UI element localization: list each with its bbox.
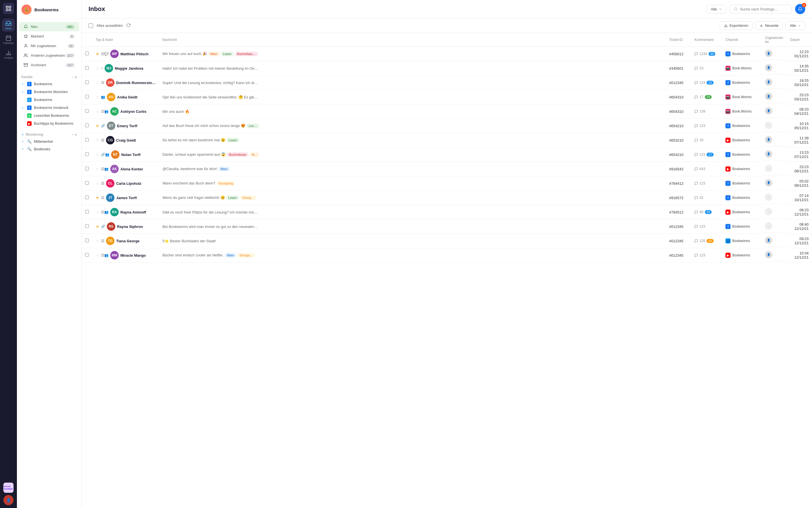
nav-anderen-label: Anderen zugewiesen — [31, 53, 65, 57]
type-icons: 🖼👥 — [101, 110, 108, 113]
channel-bookworms-muenchen[interactable]: ✓ f Bookworms München — [17, 88, 82, 96]
row-checkbox[interactable] — [85, 95, 89, 98]
row-checkbox[interactable] — [85, 167, 89, 170]
channel-bookworms-fb[interactable]: ✓ f Bookworms — [17, 80, 82, 88]
star-icon[interactable]: ☆ — [96, 181, 99, 186]
star-icon[interactable]: ☆ — [96, 152, 99, 157]
row-checkbox[interactable] — [85, 80, 89, 84]
date-cell: 19:25 03/12/21 — [786, 76, 812, 90]
type-icons: 🖼💬 — [101, 52, 108, 56]
date-time: 19:25 — [790, 78, 809, 83]
assignee-avatar-empty: - — [765, 194, 772, 201]
rail-item-inbox[interactable]: Inbox — [2, 18, 15, 32]
nav-item-neu[interactable]: Neu 401 — [19, 22, 79, 31]
monitoring-collapse-icon[interactable]: − ∧ — [72, 133, 77, 136]
date-cell: 23:23 08/12/21 — [786, 162, 812, 176]
select-all-checkbox[interactable] — [89, 24, 93, 28]
monitoring-mitbewerber[interactable]: ✓ 🔍 Mitbewerber — [17, 138, 82, 145]
svg-rect-4 — [6, 36, 11, 41]
star-icon[interactable]: ☆ — [96, 138, 99, 143]
table-row[interactable]: ☆ 🖼👥 AC Ashlynn Curtis Wir uns auch 🔥 #6… — [82, 104, 812, 119]
table-row[interactable]: ☆ 🖼👥 RA Rayna Aminoff Gibt es noch freie… — [82, 205, 812, 219]
row-checkbox[interactable] — [85, 138, 89, 141]
row-checkbox[interactable] — [85, 239, 89, 242]
table-row[interactable]: ★ 🖼 JT James Torff Wenn du ganz nett fra… — [82, 191, 812, 205]
message-preview: Hallo! Ich habe ein Problem mit meiner B… — [163, 66, 258, 71]
star-icon[interactable]: ★ — [96, 123, 99, 128]
star-icon[interactable]: ☆ — [96, 210, 99, 215]
star-icon[interactable]: ☆ — [96, 166, 99, 171]
user-avatar[interactable]: 👤 — [3, 495, 13, 505]
table-row[interactable]: ☆ 👥 AG Anika Geidt Oje! Bei uns funktion… — [82, 90, 812, 104]
message-cell: Oje! Bei uns funktioniert die Seite einw… — [159, 90, 666, 104]
table-row[interactable]: ☆ 🖼👥 AK Alena Kenter @Claudia, bestimmt … — [82, 162, 812, 176]
star-icon[interactable]: ★ — [96, 195, 99, 200]
channel-bookworms-tw[interactable]: ✓ t Bookworms — [17, 96, 82, 104]
table-row[interactable]: ☆ 🖼 CG Craig Geidt Du leihst es mir dann… — [82, 133, 812, 147]
monitoring-check-mitbewerber: ✓ — [21, 140, 25, 143]
comment-count: 123 — [700, 253, 705, 257]
all-filter-dropdown[interactable]: Alle — [785, 21, 805, 30]
search-box[interactable] — [730, 5, 792, 13]
rail-item-publisher[interactable]: Publisher — [2, 33, 15, 46]
row-checkbox[interactable] — [85, 253, 89, 257]
comment-icon — [694, 153, 698, 157]
star-icon[interactable]: ☆ — [96, 238, 99, 244]
star-icon[interactable]: ★ — [96, 51, 99, 56]
author-avatar: TG — [106, 237, 115, 245]
message-preview: Wir freuen uns auf euch 🎉 — [163, 52, 207, 56]
newest-button[interactable]: Neueste — [755, 21, 783, 30]
nav-item-mir-zugewiesen[interactable]: Mir zugewiesen 32 — [19, 41, 79, 50]
table-row[interactable]: ☆ 🔗👥 NT Nolan Torff Danke, schaut super … — [82, 147, 812, 162]
table-row[interactable]: ★ 🔗 RS Rayna Siphron Bei Bookworms wird … — [82, 219, 812, 234]
type-icons: 🔗 — [101, 124, 105, 128]
chevron-down-icon — [798, 24, 801, 27]
table-row[interactable]: ☆ 🖼👥 MM Miracle Mango Bücher sind einfac… — [82, 248, 812, 263]
monitoring-bestbooks[interactable]: ✓ 🔍 Bestbooks — [17, 145, 82, 153]
export-button[interactable]: Exportieren — [720, 21, 752, 30]
row-checkbox[interactable] — [85, 210, 89, 214]
star-icon[interactable]: ☆ — [96, 253, 99, 258]
channel-name: Bookworms — [732, 196, 750, 200]
table-row[interactable]: ☆ 🖼 CL Carla Lipshutz Wann erscheint das… — [82, 176, 812, 191]
table-row[interactable]: ★ 🔗 ET Emery Torff Auf das Buch freue ic… — [82, 119, 812, 133]
star-icon[interactable]: ☆ — [96, 109, 99, 114]
table-row[interactable]: ☆ 🖼 DR Dominik Rummersto… Super! Und die… — [82, 76, 812, 90]
notification-button[interactable]: 3 — [795, 4, 805, 14]
table-row[interactable]: ★ 🖼💬 MP Matthias Pötsch Wir freuen uns a… — [82, 47, 812, 61]
date-day: 03/12/21 — [790, 83, 809, 87]
star-icon[interactable]: ★ — [96, 224, 99, 229]
row-checkbox[interactable] — [85, 181, 89, 185]
row-checkbox[interactable] — [85, 66, 89, 70]
rail-item-analyse[interactable]: Analyse — [2, 48, 15, 61]
row-checkbox[interactable] — [85, 124, 89, 127]
author-name: Tiana George — [116, 239, 140, 243]
assignee-cell: 👤 — [762, 176, 786, 189]
star-icon[interactable]: ☆ — [96, 66, 99, 71]
channel-buchtipps[interactable]: ✓ ▶ Buchtipps by Bookworms — [17, 120, 82, 127]
nav-item-markiert[interactable]: Markiert 6 — [19, 32, 79, 41]
date-day: 04/12/21 — [790, 112, 809, 116]
channel-lesezirkel[interactable]: ✓ w Lesezirkel Bookworms — [17, 112, 82, 120]
nav-item-archiviert[interactable]: Archiviert 217 — [19, 60, 79, 70]
search-input[interactable] — [740, 7, 787, 11]
row-checkbox[interactable] — [85, 224, 89, 228]
filter-dropdown[interactable]: Alle — [707, 5, 726, 13]
assignee-avatar-empty: - — [765, 165, 772, 172]
channels-collapse-icon[interactable]: − ∧ — [72, 75, 77, 79]
col-datum: Datum — [786, 33, 812, 47]
table-row[interactable]: ☆ ≡ MJ Maggie Jandova Hallo! Ich habe ei… — [82, 61, 812, 76]
nav-item-anderen-zugewiesen[interactable]: Anderen zugewiesen 217 — [19, 51, 79, 60]
table-row[interactable]: ☆ 🖼 TG Tiana George 5⭐ Bester Buchladen … — [82, 234, 812, 248]
refresh-button[interactable] — [126, 23, 131, 28]
star-icon[interactable]: ☆ — [96, 80, 99, 85]
row-checkbox[interactable] — [85, 109, 89, 113]
star-icon[interactable]: ☆ — [96, 94, 99, 99]
row-checkbox[interactable] — [85, 52, 89, 55]
channel-bookworms-innsbruck[interactable]: ✓ f Bookworms Innsbruck — [17, 104, 82, 112]
date-day: 03/12/21 — [790, 97, 809, 101]
workspace-avatar[interactable]: BOOKWORMS — [3, 482, 13, 493]
row-checkbox[interactable] — [85, 196, 89, 199]
row-checkbox[interactable] — [85, 152, 89, 156]
row-checkbox-cell — [82, 176, 92, 191]
